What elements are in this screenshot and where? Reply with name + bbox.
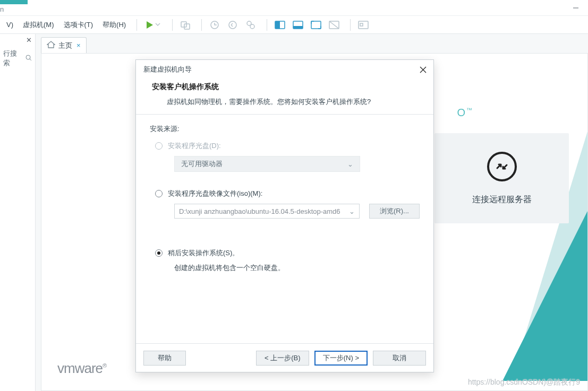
svg-rect-9 [275,21,280,29]
menu-separator [267,19,267,31]
radio-disc-label: 安装程序光盘(D): [168,141,221,151]
title-text: n [0,5,4,13]
brand-fragment: O™ [457,107,473,119]
devices-button[interactable] [178,18,193,32]
connect-remote-icon [487,152,517,181]
svg-rect-3 [184,24,190,29]
menu-separator [350,19,351,31]
radio-later[interactable] [155,249,163,257]
view-split-button[interactable] [272,18,287,32]
snapshot-button[interactable] [207,18,222,32]
chevron-down-icon: ⌄ [349,207,355,215]
snapshot-revert-button[interactable] [225,18,240,32]
menubar: V) 虚拟机(M) 选项卡(T) 帮助(H) [0,16,588,34]
home-icon [47,41,55,50]
power-on-button[interactable] [142,18,164,32]
svg-point-5 [229,21,236,29]
svg-rect-11 [293,26,303,29]
minimize-button[interactable] [564,0,588,16]
dialog-heading: 安装客户机操作系统 [152,82,422,92]
svg-marker-1 [147,21,153,29]
sidebar-close-icon[interactable]: ✕ [26,36,32,44]
option-install-later[interactable]: 稍后安装操作系统(S)。 [155,248,420,258]
vmware-logo: vmware® [57,360,106,377]
option-install-iso[interactable]: 安装程序光盘映像文件(iso)(M): [155,189,420,198]
iso-path-value: D:\xunji anzhuangbao\ubuntu-16.04.5-desk… [179,207,340,215]
tab-close-icon[interactable]: × [76,41,81,49]
unity-button[interactable] [327,18,342,32]
disc-drive-value: 无可用驱动器 [181,159,223,169]
library-sidebar: ✕ 行搜索 [0,34,36,391]
connect-remote-label: 连接远程服务器 [472,194,532,205]
dialog-title: 新建虚拟机向导 [136,60,433,79]
chevron-down-icon: ⌄ [347,160,353,168]
menu-separator [201,19,202,31]
browse-button[interactable]: 浏览(R)... [369,204,420,219]
disc-drive-dropdown: 无可用驱动器 ⌄ [174,156,360,172]
dialog-footer: 帮助 < 上一步(B) 下一步(N) > 取消 [136,343,433,372]
svg-point-17 [26,55,30,59]
search-icon [25,55,32,63]
fullscreen-button[interactable] [309,18,323,32]
svg-line-18 [30,59,31,60]
help-button[interactable]: 帮助 [143,351,186,366]
radio-iso-label: 安装程序光盘映像文件(iso)(M): [168,189,262,198]
menu-view[interactable]: V) [2,18,18,32]
menu-vm[interactable]: 虚拟机(M) [19,17,58,33]
title-accent [0,0,28,4]
tab-home[interactable]: 主页 × [41,37,87,53]
dialog-subheading: 虚拟机如同物理机，需要操作系统。您将如何安装客户机操作系统? [152,97,422,107]
svg-rect-16 [360,23,363,26]
iso-path-input[interactable]: D:\xunji anzhuangbao\ubuntu-16.04.5-desk… [174,204,360,219]
cancel-button[interactable]: 取消 [373,351,426,366]
next-button[interactable]: 下一步(N) > [314,351,368,366]
radio-later-label: 稍后安装操作系统(S)。 [168,248,239,258]
connect-remote-card[interactable]: 连接远程服务器 [434,133,569,223]
svg-line-14 [329,21,339,29]
menu-separator [137,19,137,31]
watermark: https://blog.csdnOSDN)@踏夜行9 [468,378,580,387]
menu-help[interactable]: 帮助(H) [98,17,130,33]
view-console-button[interactable] [291,18,305,32]
menu-separator [172,19,173,31]
titlebar: n [0,0,588,16]
install-later-desc: 创建的虚拟机将包含一个空白硬盘。 [174,263,420,273]
new-vm-wizard-dialog: 新建虚拟机向导 安装客户机操作系统 虚拟机如同物理机，需要操作系统。您将如何安装… [135,59,434,372]
sidebar-search-label: 行搜索 [3,49,23,68]
dialog-close-button[interactable] [417,64,428,75]
bg-triangle [502,211,587,381]
tab-label: 主页 [58,41,72,50]
svg-rect-2 [181,22,186,27]
menu-tabs[interactable]: 选项卡(T) [59,17,98,33]
back-button[interactable]: < 上一步(B) [256,351,309,366]
svg-point-7 [250,24,254,29]
tabstrip: 主页 × [36,34,588,53]
svg-rect-12 [311,21,321,29]
install-source-label: 安装来源: [150,124,420,134]
thumbnail-bar-button[interactable] [356,18,371,32]
radio-disc [155,142,163,150]
snapshot-manager-button[interactable] [243,18,258,32]
sidebar-search[interactable]: 行搜索 [0,47,35,70]
option-install-disc: 安装程序光盘(D): [155,141,420,151]
radio-iso[interactable] [155,190,163,197]
